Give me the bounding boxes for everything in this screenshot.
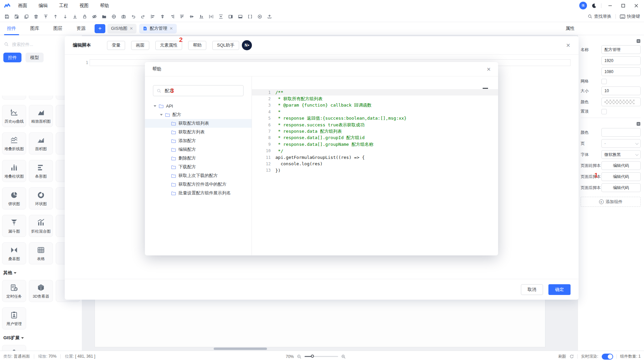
lock-icon[interactable] <box>80 12 90 21</box>
doc-tab-GIS地图[interactable]: GIS地图✕ <box>107 24 137 34</box>
modal-button-画面[interactable]: 画面 <box>131 41 149 50</box>
up-icon[interactable] <box>51 12 60 21</box>
tree-item-配方[interactable]: 配方 <box>145 110 252 119</box>
modal-button-元素属性[interactable]: 元素属性 <box>155 41 182 50</box>
tab-控件[interactable]: 控件 <box>0 22 23 35</box>
to-top-icon[interactable] <box>41 12 51 21</box>
align-center-h-icon[interactable] <box>158 12 167 21</box>
tab-资源[interactable]: 资源 <box>69 22 93 35</box>
close-icon[interactable]: ✕ <box>485 66 492 73</box>
widget-tile-用户管理[interactable]: 用户管理 <box>2 307 26 329</box>
theme-moon-icon[interactable] <box>591 3 597 8</box>
shortcut-keys-button[interactable]: 快捷键 <box>620 13 640 19</box>
widget-tile-表格[interactable]: 表格 <box>29 242 53 264</box>
widget-tile-饼状图[interactable]: 饼状图 <box>2 187 26 209</box>
collapse-section-icon[interactable] <box>636 39 641 43</box>
tree-caret-icon[interactable] <box>160 114 163 116</box>
close-tab-icon[interactable]: ✕ <box>129 26 133 31</box>
save-icon[interactable] <box>2 12 12 21</box>
widget-tile-堆叠折线图[interactable]: 堆叠折线图 <box>2 132 26 155</box>
maximize-button[interactable] <box>619 1 628 10</box>
horizontal-scrollbar-thumb[interactable] <box>214 348 267 350</box>
doc-tab-配方管理[interactable]: 配方管理✕ <box>139 24 176 34</box>
modal-button-帮助[interactable]: 帮助 <box>188 41 206 50</box>
widget-tile-环状图[interactable]: 环状图 <box>29 187 53 209</box>
widget-tile-桑基图[interactable]: 桑基图 <box>2 242 26 264</box>
record-icon[interactable] <box>255 12 265 21</box>
widget-tile-历史xy曲线[interactable]: 历史xy曲线 <box>2 105 26 127</box>
eye-off-icon[interactable] <box>90 12 99 21</box>
ai-assistant-badge[interactable]: N <box>242 40 252 50</box>
tab-图库[interactable]: 图库 <box>23 22 46 35</box>
height-input[interactable]: 1080 <box>601 67 641 76</box>
widget-tile-堆叠柱状图[interactable]: 堆叠柱状图 <box>2 160 26 182</box>
find-replace-button[interactable]: 查找替换 <box>588 13 611 19</box>
tree-item-批量设置配方组件展示列名[interactable]: 批量设置配方组件展示列名 <box>145 189 252 197</box>
align-middle-icon[interactable] <box>187 12 197 21</box>
mode-tab-模型[interactable]: 模型 <box>25 53 44 62</box>
add-page-button[interactable]: + <box>95 24 105 33</box>
ok-button[interactable]: 确定 <box>548 284 571 295</box>
widget-tile[interactable] <box>29 96 53 100</box>
widget-search-input[interactable] <box>11 42 52 47</box>
save-as-icon[interactable] <box>12 12 21 21</box>
mode-tab-控件[interactable]: 控件 <box>3 53 21 62</box>
grid-checkbox[interactable] <box>601 79 607 84</box>
collapse-section-icon[interactable] <box>636 122 641 126</box>
panel-right-icon[interactable] <box>226 12 235 21</box>
tree-item-添加配方[interactable]: 添加配方 <box>145 136 252 145</box>
redo-icon[interactable] <box>138 12 148 21</box>
badge-icon[interactable] <box>109 12 119 21</box>
refresh-icon[interactable] <box>570 354 574 359</box>
space-h-icon[interactable] <box>206 12 216 21</box>
align-bottom-icon[interactable] <box>197 12 206 21</box>
folder-icon[interactable] <box>99 12 109 21</box>
widget-tile-GIS地图[interactable]: GIS地图 <box>2 345 26 351</box>
trash-icon[interactable] <box>31 12 41 21</box>
group-header-GIS扩展[interactable]: GIS扩展 <box>3 335 82 341</box>
tree-item-获取配方控件选中的配方[interactable]: 获取配方控件选中的配方 <box>145 180 252 189</box>
widget-tile-面积图[interactable]: 面积图 <box>29 132 53 155</box>
zoom-slider-knob[interactable] <box>311 355 314 358</box>
code-brackets-icon[interactable] <box>245 12 255 21</box>
tree-item-删除配方[interactable]: 删除配方 <box>145 154 252 163</box>
widget-tile-漏斗图[interactable]: 漏斗图 <box>2 215 26 237</box>
tree-item-下载配方[interactable]: 下载配方 <box>145 163 252 171</box>
modal-button-SQL助手[interactable]: SQL助手 <box>212 41 239 50</box>
close-tab-icon[interactable]: ✕ <box>169 26 173 31</box>
top-checkbox[interactable] <box>601 109 607 114</box>
align-top-icon[interactable] <box>177 12 187 21</box>
menu-item-1[interactable]: 编辑 <box>39 3 48 9</box>
width-input[interactable]: 1920 <box>601 56 641 65</box>
widget-tile-折柱混合图[interactable]: 折柱混合图 <box>29 215 53 237</box>
menu-item-3[interactable]: 视图 <box>79 3 89 9</box>
tree-item-API[interactable]: API <box>145 102 252 110</box>
panel-bottom-icon[interactable] <box>235 12 245 21</box>
zoom-out-icon[interactable] <box>297 354 302 359</box>
to-bottom-icon[interactable] <box>70 12 80 21</box>
close-icon[interactable]: ✕ <box>565 42 572 49</box>
minimize-button[interactable] <box>606 1 614 10</box>
menu-item-2[interactable]: 工程 <box>59 3 68 9</box>
align-right-icon[interactable] <box>167 12 177 21</box>
menu-item-4[interactable]: 帮助 <box>100 3 109 9</box>
post-script2-edit-button[interactable]: 编辑代码 <box>601 183 641 192</box>
color-swatch-input[interactable] <box>601 98 641 106</box>
avatar[interactable]: 微 <box>579 2 587 9</box>
realtime-render-toggle[interactable] <box>602 354 613 360</box>
menu-item-0[interactable]: 画面 <box>18 3 27 9</box>
align-left-icon[interactable] <box>148 12 158 21</box>
tree-item-获取配方列表[interactable]: 获取配方列表 <box>145 128 252 136</box>
font-select[interactable]: 微软雅黑 <box>601 150 641 159</box>
zoom-in-icon[interactable] <box>341 354 346 359</box>
undo-icon[interactable] <box>128 12 138 21</box>
widget-tile-精致面积图[interactable]: 精致面积图 <box>29 105 53 127</box>
widget-tile-条形图[interactable]: 条形图 <box>29 160 53 182</box>
down-icon[interactable] <box>60 12 70 21</box>
add-component-button[interactable]: +添加组件 <box>581 197 641 207</box>
copy-icon[interactable] <box>21 12 31 21</box>
page-select[interactable]: - <box>601 139 641 148</box>
refresh-label[interactable]: 刷新 <box>558 354 566 359</box>
close-button[interactable] <box>632 1 641 10</box>
color2-input[interactable] <box>601 128 641 137</box>
